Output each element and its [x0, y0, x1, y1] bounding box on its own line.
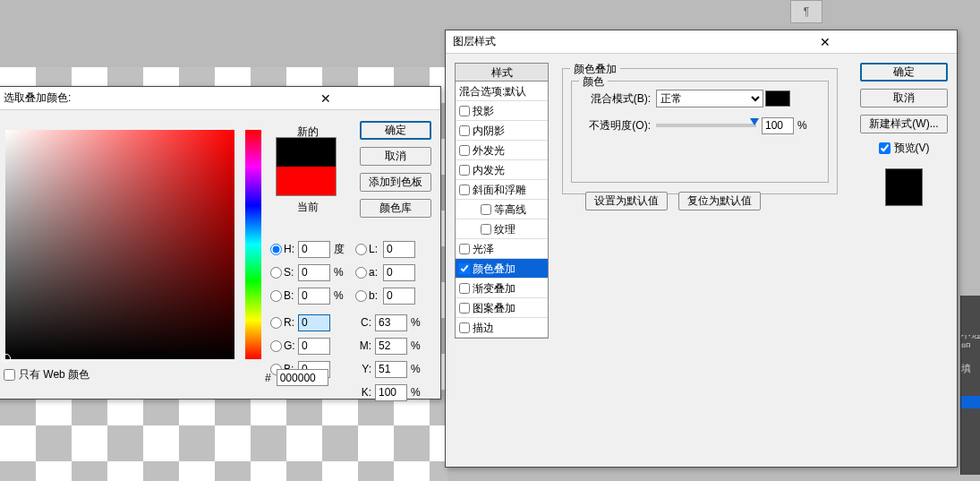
preview-swatch [885, 168, 923, 206]
l-radio[interactable] [355, 244, 367, 255]
bb-input[interactable] [298, 288, 330, 305]
opacity-slider[interactable] [656, 124, 756, 127]
close-icon[interactable]: ✕ [702, 35, 950, 49]
style-item-outer-glow[interactable]: 外发光 [456, 141, 548, 160]
k-input[interactable] [375, 384, 407, 401]
right-panel-fill-label: 填 [961, 362, 980, 374]
styles-header[interactable]: 样式 [456, 64, 548, 82]
preview-checkbox[interactable] [879, 142, 891, 154]
lb-radio[interactable] [355, 290, 367, 302]
bb-radio[interactable] [270, 290, 282, 302]
r-radio[interactable] [270, 317, 282, 329]
opacity-input[interactable] [762, 117, 794, 134]
h-radio[interactable] [270, 244, 282, 255]
web-only-label: 只有 Web 颜色 [19, 367, 89, 382]
style-item-gradient-overlay[interactable]: 渐变叠加 [456, 279, 548, 298]
style-check[interactable] [459, 263, 470, 274]
style-item-satin[interactable]: 光泽 [456, 239, 548, 259]
style-check[interactable] [459, 283, 470, 294]
style-item-color-overlay[interactable]: 颜色叠加 [456, 259, 548, 279]
style-item-drop-shadow[interactable]: 投影 [456, 101, 548, 121]
g-radio[interactable] [270, 340, 282, 352]
r-input[interactable] [298, 314, 330, 331]
toolbar-pilcrow[interactable]: ¶ [790, 0, 822, 23]
right-panel-opacity-label: 不透明 [961, 335, 980, 348]
current-color-label: 当前 [288, 200, 328, 215]
hex-prefix: # [265, 372, 271, 384]
cp-cancel-button[interactable]: 取消 [360, 147, 431, 166]
style-check[interactable] [459, 106, 470, 116]
color-picker-title: 选取叠加颜色: [4, 90, 218, 106]
new-current-swatch [276, 137, 337, 196]
opacity-unit: % [797, 119, 807, 132]
style-check[interactable] [459, 244, 470, 254]
preview-checkbox-row[interactable]: 预览(V) [860, 141, 948, 156]
s-input[interactable] [298, 264, 330, 281]
style-item-stroke[interactable]: 描边 [456, 318, 548, 338]
s-radio[interactable] [270, 267, 282, 279]
cp-add-swatch-button[interactable]: 添加到色板 [360, 173, 431, 192]
current-color-swatch[interactable] [277, 167, 336, 195]
m-input[interactable] [375, 338, 407, 355]
blend-mode-select[interactable]: 正常 [656, 90, 763, 107]
style-item-pattern-overlay[interactable]: 图案叠加 [456, 298, 548, 318]
color-picker-dialog: 选取叠加颜色: ✕ 新的 当前 确定 取消 添加到色板 颜色库 H:度 S:% … [0, 86, 441, 399]
ls-cancel-button[interactable]: 取消 [860, 89, 948, 107]
preview-label: 预览(V) [894, 141, 930, 156]
style-check[interactable] [481, 204, 491, 215]
web-only-row[interactable]: 只有 Web 颜色 [4, 367, 89, 382]
ls-new-style-button[interactable]: 新建样式(W)... [860, 115, 948, 133]
overlay-color-swatch[interactable] [765, 90, 790, 107]
reset-default-button[interactable]: 复位为默认值 [678, 192, 761, 210]
a-input[interactable] [383, 264, 415, 281]
lb-input[interactable] [383, 288, 415, 305]
style-check[interactable] [459, 303, 470, 314]
style-check[interactable] [459, 322, 470, 333]
layer-style-title: 图层样式 [453, 34, 702, 49]
color-group-label: 颜色 [579, 74, 608, 90]
style-item-contour[interactable]: 等高线 [456, 200, 548, 219]
style-check[interactable] [481, 224, 491, 235]
style-item-bevel[interactable]: 斜面和浮雕 [456, 180, 548, 200]
style-check[interactable] [459, 145, 470, 156]
right-panel-selection[interactable] [961, 396, 980, 408]
web-only-checkbox[interactable] [4, 369, 15, 381]
cp-ok-button[interactable]: 确定 [360, 121, 431, 140]
hue-slider[interactable] [245, 130, 261, 359]
blend-options-item[interactable]: 混合选项:默认 [456, 82, 548, 101]
opacity-label: 不透明度(O): [583, 118, 651, 133]
style-item-inner-glow[interactable]: 内发光 [456, 160, 548, 180]
right-panel: 不透明 填 [960, 296, 980, 475]
style-item-texture[interactable]: 纹理 [456, 219, 548, 239]
slider-thumb-icon[interactable] [750, 118, 759, 130]
hex-input[interactable] [277, 369, 328, 386]
color-field[interactable] [5, 130, 234, 359]
color-group: 颜色 混合模式(B): 正常 不透明度(O): % [571, 81, 829, 183]
layer-style-titlebar[interactable]: 图层样式 ✕ [446, 30, 957, 54]
style-check[interactable] [459, 125, 470, 136]
y-input[interactable] [375, 361, 407, 378]
style-check[interactable] [459, 165, 470, 176]
cp-color-lib-button[interactable]: 颜色库 [360, 199, 431, 218]
l-input[interactable] [383, 241, 415, 258]
style-item-inner-shadow[interactable]: 内阴影 [456, 121, 548, 141]
color-picker-titlebar[interactable]: 选取叠加颜色: ✕ [0, 87, 440, 110]
a-radio[interactable] [355, 267, 367, 279]
h-input[interactable] [298, 241, 330, 258]
g-input[interactable] [298, 338, 330, 355]
blend-mode-label: 混合模式(B): [583, 91, 651, 107]
ls-ok-button[interactable]: 确定 [860, 63, 948, 82]
close-icon[interactable]: ✕ [218, 91, 433, 106]
set-default-button[interactable]: 设置为默认值 [585, 192, 668, 210]
styles-list: 样式 混合选项:默认 投影 内阴影 外发光 内发光 斜面和浮雕 等高线 纹理 光… [455, 63, 549, 339]
new-color-swatch[interactable] [277, 138, 336, 167]
layer-style-dialog: 图层样式 ✕ 样式 混合选项:默认 投影 内阴影 外发光 内发光 斜面和浮雕 等… [445, 30, 958, 468]
style-check[interactable] [459, 185, 470, 195]
c-input[interactable] [375, 314, 407, 331]
